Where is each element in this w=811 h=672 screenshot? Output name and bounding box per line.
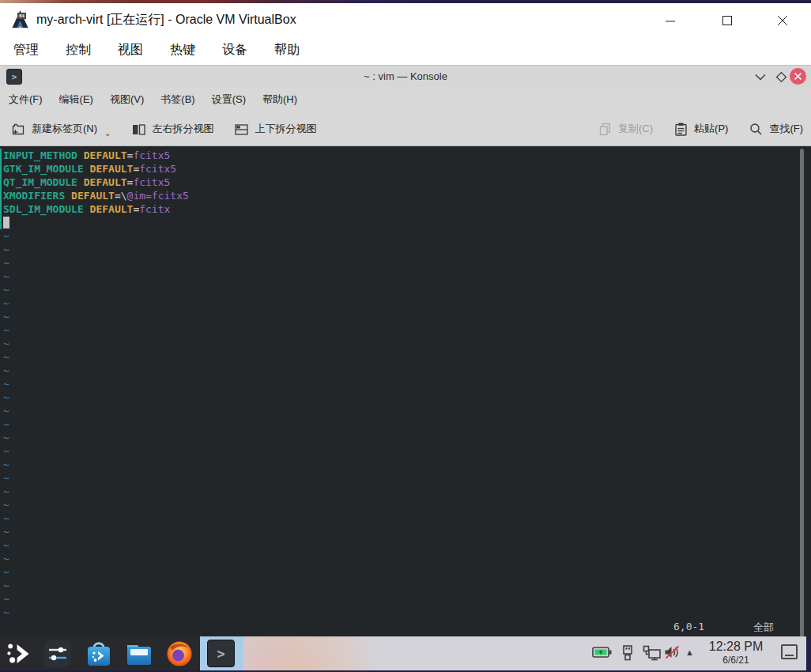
vim-empty-line-tilde: ~ [3, 256, 189, 270]
volume-muted-icon[interactable] [664, 645, 680, 659]
vim-scroll-position: 全部 [753, 621, 774, 635]
vim-empty-line-tilde: ~ [3, 310, 189, 323]
network-icon[interactable] [643, 645, 662, 661]
toolbar-button-粘贴(P)[interactable]: 粘贴(P) [673, 122, 728, 137]
close-button[interactable] [775, 13, 790, 28]
terminal-viewport[interactable]: INPUT_METHOD DEFAULT=fcitx5GTK_IM_MODULE… [0, 146, 811, 636]
konsole-menu-item-视图(V)[interactable]: 视图(V) [102, 89, 152, 111]
usb-device-icon[interactable] [621, 645, 634, 661]
konsole-minimize-button[interactable] [753, 70, 768, 84]
system-settings-icon[interactable] [44, 640, 71, 667]
terminal-cursor-line [3, 216, 189, 229]
vb-menu-item-控制[interactable]: 控制 [52, 37, 104, 63]
find-icon [749, 122, 764, 137]
vim-empty-line-tilde: ~ [3, 364, 189, 377]
vim-empty-line-tilde: ~ [3, 606, 189, 619]
vb-menu-item-视图[interactable]: 视图 [104, 37, 157, 63]
vim-empty-line-tilde: ~ [3, 391, 189, 404]
window-title: my-arch-virt [正在运行] - Oracle VM VirtualB… [36, 12, 296, 28]
discover-icon[interactable] [85, 640, 113, 668]
vim-empty-line-tilde: ~ [3, 552, 189, 565]
clock-date: 6/6/21 [722, 655, 749, 666]
konsole-titlebar: > ~ : vim — Konsole [0, 65, 811, 87]
app-launcher-icon[interactable] [5, 640, 33, 668]
terminal-line: XMODIFIERS DEFAULT=\@im=fcitx5 [3, 189, 189, 202]
terminal-accent-bar [0, 149, 2, 229]
konsole-menu-item-设置(S)[interactable]: 设置(S) [204, 89, 254, 111]
toolbar-button-上下拆分视图[interactable]: 上下拆分视图 [234, 122, 316, 137]
paste-icon [673, 122, 688, 137]
terminal-cursor [3, 217, 9, 228]
vim-empty-line-tilde: ~ [3, 471, 189, 485]
toolbar-button-label: 左右拆分视图 [152, 122, 213, 136]
vb-menu-item-管理[interactable]: 管理 [0, 37, 52, 63]
konsole-menubar: 文件(F)编辑(E)视图(V)书签(B)设置(S)帮助(H) [0, 87, 811, 112]
konsole-menu-item-编辑(E)[interactable]: 编辑(E) [51, 89, 101, 111]
vim-empty-line-tilde: ~ [3, 350, 189, 364]
toolbar-button-新建标签页(N)[interactable]: 新建标签页(N)⌄ [11, 122, 111, 137]
vim-empty-line-tilde: ~ [3, 270, 189, 283]
copy-icon [598, 122, 613, 137]
minimize-button[interactable] [662, 13, 678, 28]
vim-empty-line-tilde: ~ [3, 337, 189, 350]
vim-empty-line-tilde: ~ [3, 444, 189, 458]
split-left-right-icon [131, 122, 146, 137]
firefox-icon[interactable] [165, 640, 194, 668]
toolbar-button-label: 粘贴(P) [694, 122, 728, 136]
terminal-line: GTK_IM_MODULE DEFAULT=fcitx5 [3, 162, 189, 176]
vim-empty-line-tilde: ~ [3, 243, 189, 256]
terminal-scrollbar[interactable] [800, 149, 804, 672]
virtualbox-menubar: 管理控制视图热键设备帮助 [0, 35, 811, 65]
vb-menu-item-设备[interactable]: 设备 [209, 37, 261, 63]
konsole-task-icon[interactable]: > [207, 640, 235, 667]
vim-ruler: 6,0-1 [673, 621, 704, 632]
vim-empty-line-tilde: ~ [3, 592, 189, 606]
terminal-line: INPUT_METHOD DEFAULT=fcitx5 [3, 149, 189, 162]
vim-empty-line-tilde: ~ [3, 417, 189, 431]
konsole-menu-item-文件(F)[interactable]: 文件(F) [1, 89, 51, 111]
vim-empty-line-tilde: ~ [3, 525, 189, 538]
terminal-line: QT_IM_MODULE DEFAULT=fcitx5 [3, 176, 189, 189]
terminal-line: SDL_IM_MODULE DEFAULT=fcitx [3, 202, 189, 216]
vim-empty-line-tilde: ~ [3, 323, 189, 337]
vim-empty-line-tilde: ~ [3, 229, 189, 243]
split-top-bottom-icon [234, 122, 249, 137]
toolbar-button-label: 上下拆分视图 [255, 122, 316, 136]
plasma-taskbar: > ▲ [0, 636, 811, 670]
dolphin-file-manager-icon[interactable] [125, 640, 153, 668]
clock-time: 12:28 PM [709, 639, 763, 655]
digital-clock[interactable]: 12:28 PM 6/6/21 [706, 639, 766, 669]
arch-linux-vm-icon: 64 [9, 9, 31, 30]
vim-statusline: 6,0-1 全部 [0, 621, 811, 634]
vim-empty-line-tilde: ~ [3, 296, 189, 310]
taskbar-right-edge [806, 636, 811, 670]
vim-empty-line-tilde: ~ [3, 512, 189, 525]
toolbar-button-label: 复制(C) [618, 122, 653, 136]
konsole-close-button[interactable] [790, 68, 806, 85]
toolbar-button-label: 查找(F) [769, 122, 803, 136]
expand-tray-icon[interactable]: ▲ [685, 647, 694, 657]
vim-empty-line-tilde: ~ [3, 404, 189, 417]
battery-icon[interactable] [592, 645, 613, 659]
vim-empty-line-tilde: ~ [3, 377, 189, 391]
vim-empty-line-tilde: ~ [3, 538, 189, 552]
toolbar-button-复制(C): 复制(C) [598, 122, 653, 137]
show-desktop-button[interactable] [781, 644, 798, 659]
maximize-button[interactable] [719, 13, 735, 28]
vim-empty-line-tilde: ~ [3, 498, 189, 512]
vb-menu-item-热键[interactable]: 热键 [157, 37, 209, 63]
toolbar-button-查找(F)[interactable]: 查找(F) [749, 122, 803, 137]
vim-empty-line-tilde: ~ [3, 431, 189, 444]
virtualbox-titlebar: 64 my-arch-virt [正在运行] - Oracle VM Virtu… [0, 3, 811, 35]
vim-empty-line-tilde: ~ [3, 458, 189, 471]
toolbar-button-左右拆分视图[interactable]: 左右拆分视图 [131, 122, 213, 137]
vim-empty-line-tilde: ~ [3, 565, 189, 579]
new-tab-icon [11, 122, 26, 137]
vim-empty-line-tilde: ~ [3, 485, 189, 498]
vb-menu-item-帮助[interactable]: 帮助 [261, 37, 313, 63]
konsole-menu-item-书签(B)[interactable]: 书签(B) [153, 89, 202, 111]
konsole-toolbar: 新建标签页(N)⌄左右拆分视图上下拆分视图 复制(C)粘贴(P)查找(F) [0, 112, 811, 146]
konsole-menu-item-帮助(H)[interactable]: 帮助(H) [255, 89, 305, 111]
konsole-maximize-button[interactable] [773, 70, 789, 84]
konsole-window-title: ~ : vim — Konsole [0, 70, 811, 82]
